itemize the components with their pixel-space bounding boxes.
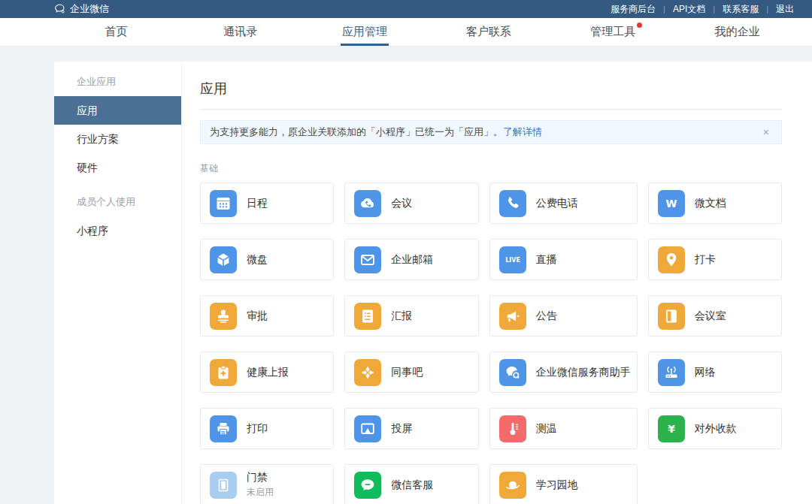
app-card[interactable]: W微文档 [648,183,782,224]
app-label: 公费电话 [536,197,578,210]
cast-icon [354,415,381,442]
app-card[interactable]: 投屏 [344,408,478,449]
app-label: 门禁 [247,471,274,484]
health-icon [210,359,237,386]
app-card[interactable]: 会议室 [648,295,782,337]
app-text: 同事吧 [391,366,423,379]
megaphone-icon [499,303,526,330]
app-label: 会议室 [695,309,726,323]
nav-item[interactable]: 管理工具 [551,18,675,46]
app-text: 日程 [247,197,268,210]
nav-item-label: 通讯录 [222,19,259,45]
nav-item-label: 客户联系 [465,19,513,45]
app-card[interactable]: 企业微信服务商助手 [489,352,638,393]
app-text: 企业邮箱 [391,253,433,267]
printer-icon [210,415,237,442]
sidebar-item[interactable]: 应用 [54,96,181,125]
main-panel: 应用 为支持更多能力，原企业关联添加的「小程序」已统一为「应用」。 了解详情 ×… [182,62,812,504]
live-icon: LIVE [499,246,526,273]
router-icon [658,359,685,386]
kf-chat-icon [354,472,381,499]
topbar-link-2[interactable]: API文档 [665,3,713,16]
planet-icon [499,472,526,499]
app-card[interactable]: 汇报 [344,295,478,337]
app-card[interactable]: 健康上报 [200,352,334,393]
nav-item[interactable]: 我的企业 [675,18,799,46]
nav-item-label: 我的企业 [713,19,761,45]
svg-text:¥: ¥ [668,423,675,435]
mail-icon [354,246,381,273]
app-card[interactable]: 打卡 [648,239,782,280]
brand-label: 企业微信 [70,2,109,16]
nav-item[interactable]: 首页 [54,18,178,46]
nav-item[interactable]: 通讯录 [178,18,302,46]
svg-text:LIVE: LIVE [505,257,520,264]
app-card[interactable]: 企业邮箱 [344,239,478,280]
app-text: 微文档 [695,197,726,210]
report-icon [354,303,381,330]
app-text: 健康上报 [247,366,289,379]
app-text: 直播 [536,253,557,267]
pinwheel-icon [354,359,381,386]
app-text: 学习园地 [536,478,578,492]
app-text: 企业微信服务商助手 [536,366,631,379]
sidebar: 企业应用应用行业方案硬件成员个人使用小程序 [54,62,182,504]
notice-banner: 为支持更多能力，原企业关联添加的「小程序」已统一为「应用」。 了解详情 × [200,120,782,144]
stamp-icon [210,303,237,330]
nav-item-label: 首页 [104,19,129,45]
topbar-link-4[interactable]: 退出 [768,3,801,16]
app-text: 汇报 [391,309,412,323]
app-text: 审批 [247,309,268,323]
nav-item[interactable]: 客户联系 [427,18,551,46]
app-card[interactable]: 打印 [200,408,334,449]
app-label: 直播 [536,253,557,267]
app-text: 公告 [536,309,557,323]
app-card[interactable]: 微信客服 [344,464,478,504]
app-card[interactable]: 测温 [489,408,638,449]
notice-detail-link[interactable]: 了解详情 [503,125,542,139]
pin-icon [658,246,685,273]
app-card[interactable]: 同事吧 [344,352,478,393]
app-card[interactable]: 审批 [200,295,334,337]
app-card[interactable]: 微盘 [200,239,334,280]
wecom-bubble-icon [54,3,66,15]
nav-item-label: 应用管理 [341,19,389,46]
app-label: 企业邮箱 [391,253,433,267]
sidebar-item[interactable]: 硬件 [54,153,181,182]
app-card[interactable]: LIVE直播 [489,239,638,280]
app-card[interactable]: 会议 [344,183,478,224]
app-card[interactable]: 网络 [648,352,782,393]
app-text: 打卡 [695,253,716,267]
app-label: 测温 [536,422,557,436]
topbar-links: 服务商后台|API文档|联系客服|退出 [603,3,801,16]
app-label: 公告 [536,309,557,323]
sidebar-item[interactable]: 行业方案 [54,125,181,153]
page-title: 应用 [200,80,782,98]
brand: 企业微信 [54,2,109,16]
app-label: 网络 [695,366,716,379]
topbar-link-3[interactable]: 联系客服 [715,3,766,16]
section-label-basic: 基础 [200,162,782,175]
nav-item[interactable]: 应用管理 [302,18,426,46]
door-icon [658,303,685,330]
topbar-link-1[interactable]: 服务商后台 [603,3,663,16]
app-text: 会议 [391,197,412,210]
wecom-icon [499,359,526,386]
svg-text:W: W [665,197,677,209]
page-body: 企业应用应用行业方案硬件成员个人使用小程序 应用 为支持更多能力，原企业关联添加… [54,62,812,504]
close-icon[interactable]: × [760,126,772,138]
sidebar-item[interactable]: 小程序 [54,216,181,245]
app-label: 打印 [247,422,268,436]
app-text: 门禁未启用 [247,471,274,499]
app-card[interactable]: 公告 [489,295,638,337]
app-card[interactable]: 日程 [200,183,334,224]
drive-icon [210,246,237,273]
app-card[interactable]: 门禁未启用 [200,464,334,504]
app-label: 学习园地 [536,478,578,492]
app-card[interactable]: 公费电话 [489,183,638,224]
app-card[interactable]: 学习园地 [489,464,638,504]
app-label: 审批 [247,309,268,323]
calendar-icon [210,190,237,217]
app-card[interactable]: ¥对外收款 [648,408,782,449]
sidebar-section-header: 企业应用 [54,68,181,96]
